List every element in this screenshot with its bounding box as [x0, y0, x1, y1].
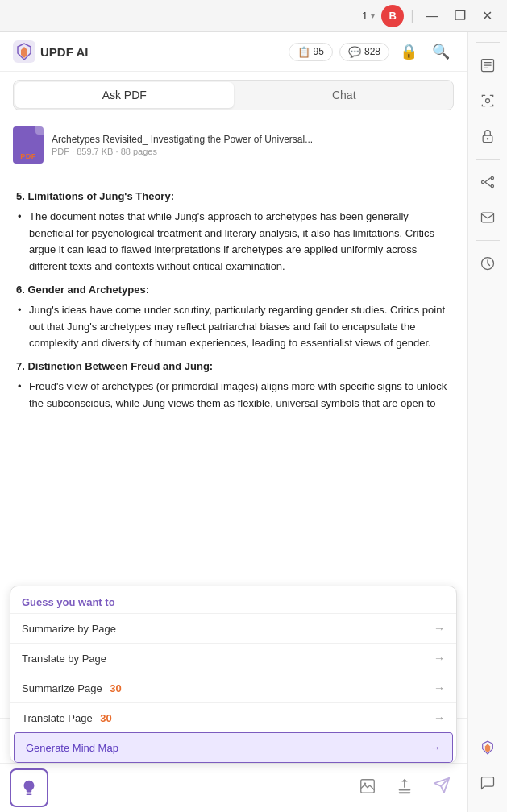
user-avatar[interactable]: B: [381, 5, 404, 27]
scan-icon: [480, 93, 496, 109]
share-button[interactable]: [472, 166, 504, 198]
svg-point-6: [485, 99, 489, 103]
section-5-header: 5. Limitations of Jung's Theory:: [16, 188, 451, 205]
ask-count: 95: [314, 46, 324, 57]
email-button[interactable]: [472, 201, 504, 234]
lock-icon-button[interactable]: 🔒: [396, 41, 422, 62]
history-button[interactable]: [472, 247, 504, 280]
arrow-icon: →: [434, 711, 445, 724]
list-item: The document notes that while Jung's app…: [16, 209, 451, 276]
section-6-bullets: Jung's ideas have come under scrutiny, p…: [16, 302, 451, 352]
file-name: Archetypes Revisited_ Investigating the …: [52, 134, 454, 145]
page-chevron-icon: ▾: [371, 11, 375, 20]
share-icon: [480, 174, 496, 190]
tab-ask-pdf[interactable]: Ask PDF: [15, 82, 234, 108]
sidebar-separator-bot: [476, 240, 500, 241]
sidebar-separator-top: [476, 42, 500, 43]
page-number: 1: [362, 10, 368, 22]
ocr-icon: [480, 57, 496, 73]
arrow-icon: →: [430, 741, 441, 754]
svg-point-11: [491, 184, 493, 187]
tab-chat[interactable]: Chat: [235, 81, 454, 110]
section-7-header: 7. Distinction Between Freud and Jung:: [16, 358, 451, 375]
suggestion-summarize-by-page[interactable]: Summarize by Page →: [10, 613, 456, 643]
svg-rect-12: [481, 213, 493, 222]
logo-text: UPDF AI: [40, 45, 88, 59]
left-panel: UPDF AI 📋 95 💬 828 🔒 🔍 Ask PDF Chat: [0, 32, 467, 812]
scan-button[interactable]: [472, 85, 504, 117]
suggestions-title: Guess you want to: [10, 586, 456, 613]
file-type-label: PDF: [20, 152, 36, 160]
lock-file-icon: [480, 128, 496, 144]
app-header: UPDF AI 📋 95 💬 828 🔒 🔍: [0, 32, 467, 72]
updf-logo-icon: [13, 40, 35, 63]
chat-sidebar-button[interactable]: [472, 767, 504, 799]
lightbulb-icon: [20, 779, 38, 797]
separator: |: [410, 7, 414, 24]
list-item: Freud's view of archetypes (or primordia…: [16, 379, 451, 412]
bottom-toolbar: [0, 763, 467, 812]
page-number-selector[interactable]: 1 ▾: [362, 10, 375, 22]
arrow-icon: →: [434, 682, 445, 694]
arrow-icon: →: [434, 622, 445, 635]
ai-assist-button[interactable]: [472, 731, 504, 764]
ai-logo-icon: [479, 739, 497, 756]
logo: UPDF AI: [13, 40, 88, 63]
list-item: Jung's ideas have come under scrutiny, p…: [16, 302, 451, 352]
app-window: UPDF AI 📋 95 💬 828 🔒 🔍 Ask PDF Chat: [0, 32, 507, 812]
file-meta: PDF · 859.7 KB · 88 pages: [52, 147, 454, 156]
file-type: PDF: [52, 147, 69, 156]
svg-rect-3: [399, 789, 411, 790]
suggestion-generate-mind-map[interactable]: Generate Mind Map →: [14, 732, 453, 763]
file-pages: 88 pages: [121, 147, 157, 156]
file-upload-button[interactable]: [389, 774, 420, 802]
arrow-icon: →: [434, 652, 445, 665]
svg-point-10: [491, 176, 493, 179]
tab-bar: Ask PDF Chat: [13, 80, 454, 110]
email-icon: [480, 209, 496, 226]
ask-count-badge[interactable]: 📋 95: [289, 43, 333, 61]
suggestion-translate-page[interactable]: Translate Page 30 →: [10, 702, 456, 732]
title-bar: 1 ▾ B | — ❐ ✕: [0, 0, 507, 32]
search-icon-button[interactable]: 🔍: [428, 41, 454, 62]
send-button[interactable]: [426, 773, 457, 802]
file-size: 859.7 KB: [77, 147, 113, 156]
close-button[interactable]: ✕: [477, 6, 497, 25]
file-info-bar: PDF Archetypes Revisited_ Investigating …: [0, 118, 467, 172]
maximize-button[interactable]: ❐: [450, 6, 471, 25]
sidebar-separator-mid: [476, 159, 500, 160]
suggestion-translate-by-page[interactable]: Translate by Page →: [10, 643, 456, 673]
file-details: Archetypes Revisited_ Investigating the …: [52, 134, 454, 156]
suggestion-summarize-page[interactable]: Summarize Page 30 →: [10, 673, 456, 702]
svg-point-8: [486, 138, 488, 140]
section-6-header: 6. Gender and Archetypes:: [16, 282, 451, 299]
suggestions-panel: Guess you want to Summarize by Page → Tr…: [10, 586, 457, 764]
content-text: 5. Limitations of Jung's Theory: The doc…: [16, 188, 451, 412]
image-icon: [359, 777, 376, 795]
lightbulb-button[interactable]: [10, 768, 48, 807]
chat-count-badge[interactable]: 💬 828: [339, 43, 389, 61]
minimize-button[interactable]: —: [421, 7, 443, 25]
svg-rect-4: [399, 792, 411, 793]
chat-bubble-icon: [480, 775, 496, 791]
image-upload-button[interactable]: [352, 774, 383, 802]
right-sidebar: [467, 32, 507, 812]
section-7-bullets: Freud's view of archetypes (or primordia…: [16, 379, 451, 412]
upload-icon: [396, 777, 413, 795]
history-icon: [480, 255, 496, 271]
header-actions: 📋 95 💬 828 🔒 🔍: [289, 41, 454, 62]
chat-icon: 💬: [348, 46, 361, 58]
sidebar-bottom: [472, 731, 504, 806]
ask-icon: 📋: [297, 46, 310, 58]
section-5-bullets: The document notes that while Jung's app…: [16, 209, 451, 276]
svg-point-9: [481, 180, 484, 183]
chat-count: 828: [364, 46, 380, 57]
lock-file-button[interactable]: [472, 120, 504, 152]
ocr-button[interactable]: [472, 49, 504, 81]
send-icon: [433, 777, 451, 794]
file-thumbnail: PDF: [13, 126, 44, 164]
